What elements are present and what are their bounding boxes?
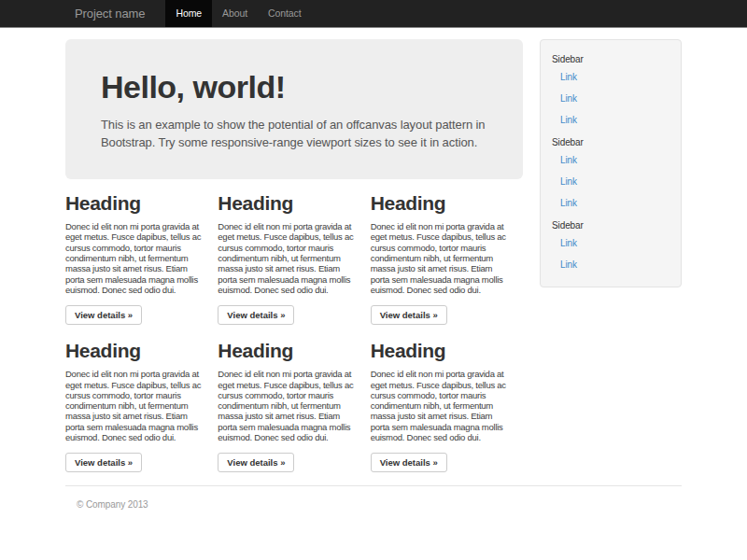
navbar-brand[interactable]: Project name xyxy=(65,0,154,27)
card-body-text: Donec id elit non mi porta gravida at eg… xyxy=(218,221,360,295)
card: Heading Donec id elit non mi porta gravi… xyxy=(218,192,360,325)
navbar-inner: Project name Home About Contact xyxy=(65,0,311,27)
sidebar-link[interactable]: Link xyxy=(541,149,681,171)
footer: © Company 2013 xyxy=(65,499,682,510)
card: Heading Donec id elit non mi porta gravi… xyxy=(65,192,208,325)
nav-item-home[interactable]: Home xyxy=(165,0,212,27)
card-heading: Heading xyxy=(371,192,514,214)
sidebar: Sidebar Link Link Link Sidebar Link Link… xyxy=(540,39,682,287)
view-details-button[interactable]: View details » xyxy=(218,305,294,325)
card-grid-row-2: Heading Donec id elit non mi porta gravi… xyxy=(65,340,523,472)
card: Heading Donec id elit non mi porta gravi… xyxy=(218,340,360,472)
card-body-text: Donec id elit non mi porta gravida at eg… xyxy=(65,369,208,442)
jumbotron-subtitle: This is an example to show the potential… xyxy=(101,117,506,152)
sidebar-group: Sidebar Link Link Link xyxy=(541,48,681,131)
sidebar-heading: Sidebar xyxy=(541,214,681,232)
view-details-button[interactable]: View details » xyxy=(65,305,142,325)
nav-item-contact[interactable]: Contact xyxy=(258,0,312,27)
nav-item-about[interactable]: About xyxy=(212,0,258,27)
sidebar-link[interactable]: Link xyxy=(541,66,681,88)
card-body-text: Donec id elit non mi porta gravida at eg… xyxy=(371,221,514,295)
sidebar-link[interactable]: Link xyxy=(541,88,681,109)
card-body-text: Donec id elit non mi porta gravida at eg… xyxy=(371,369,514,442)
view-details-button[interactable]: View details » xyxy=(65,453,142,472)
card: Heading Donec id elit non mi porta gravi… xyxy=(371,192,514,325)
view-details-button[interactable]: View details » xyxy=(371,453,447,472)
navbar: Project name Home About Contact xyxy=(0,0,747,28)
card-heading: Heading xyxy=(371,340,514,361)
view-details-button[interactable]: View details » xyxy=(371,305,447,325)
card-body-text: Donec id elit non mi porta gravida at eg… xyxy=(218,369,360,442)
main-content: Hello, world! This is an example to show… xyxy=(65,39,523,472)
jumbotron: Hello, world! This is an example to show… xyxy=(65,39,523,179)
card-heading: Heading xyxy=(65,192,208,214)
sidebar-link[interactable]: Link xyxy=(541,254,681,275)
sidebar-heading: Sidebar xyxy=(541,131,681,149)
view-details-button[interactable]: View details » xyxy=(218,453,294,472)
sidebar-group: Sidebar Link Link Link xyxy=(541,131,681,214)
card-grid-row-1: Heading Donec id elit non mi porta gravi… xyxy=(65,192,523,325)
sidebar-link[interactable]: Link xyxy=(541,109,681,131)
copyright-text: © Company 2013 xyxy=(65,499,682,510)
footer-divider xyxy=(65,485,682,486)
page-title: Hello, world! xyxy=(101,69,506,105)
card-body-text: Donec id elit non mi porta gravida at eg… xyxy=(65,221,208,295)
sidebar-link[interactable]: Link xyxy=(541,232,681,254)
page-container: Hello, world! This is an example to show… xyxy=(65,39,682,510)
card-heading: Heading xyxy=(218,192,360,214)
card-heading: Heading xyxy=(65,340,208,361)
card: Heading Donec id elit non mi porta gravi… xyxy=(371,340,514,472)
sidebar-box: Sidebar Link Link Link Sidebar Link Link… xyxy=(540,39,682,287)
sidebar-link[interactable]: Link xyxy=(541,171,681,192)
content-row: Hello, world! This is an example to show… xyxy=(65,39,682,472)
card-heading: Heading xyxy=(218,340,360,361)
sidebar-heading: Sidebar xyxy=(541,48,681,66)
sidebar-group: Sidebar Link Link xyxy=(541,214,681,275)
card: Heading Donec id elit non mi porta gravi… xyxy=(65,340,208,472)
sidebar-link[interactable]: Link xyxy=(541,192,681,214)
